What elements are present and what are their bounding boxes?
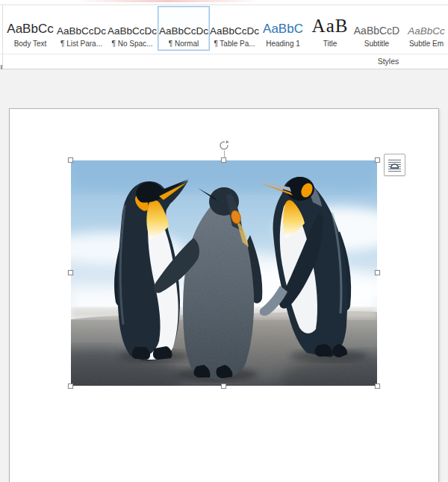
style-preview: AaBbCcDc bbox=[159, 11, 208, 37]
ribbon-top-border bbox=[0, 4, 448, 5]
style-preview: AaB bbox=[312, 11, 349, 37]
style-item-subtle-emphasis[interactable]: AaBbCc Subtle Em bbox=[400, 6, 448, 51]
style-label: Heading 1 bbox=[266, 40, 300, 48]
layout-options-button[interactable] bbox=[384, 154, 405, 176]
rotation-handle[interactable] bbox=[218, 140, 230, 151]
style-label: Subtle Em bbox=[409, 40, 444, 48]
resize-handle-top-center[interactable] bbox=[221, 157, 226, 163]
resize-handle-bottom-right[interactable] bbox=[375, 384, 380, 389]
styles-gallery: AaBbCc Body Text AaBbCcDc ¶ List Para...… bbox=[4, 6, 448, 51]
document-area bbox=[0, 69, 448, 482]
resize-handle-mid-left[interactable] bbox=[68, 270, 73, 275]
resize-handle-bottom-left[interactable] bbox=[68, 384, 73, 389]
style-item-table-paragraph[interactable]: AaBbCcDc ¶ Table Pa... bbox=[210, 6, 259, 51]
resize-handle-top-left[interactable] bbox=[68, 157, 73, 163]
gallery-separator bbox=[0, 54, 448, 54]
style-item-list-paragraph[interactable]: AaBbCcDc ¶ List Para... bbox=[56, 6, 107, 51]
style-preview: AaBbCc bbox=[7, 11, 53, 37]
ribbon-left-border bbox=[2, 4, 3, 69]
selected-picture[interactable] bbox=[71, 160, 377, 386]
style-preview: AaBbC bbox=[263, 11, 303, 37]
style-item-heading1[interactable]: AaBbC Heading 1 bbox=[259, 6, 307, 51]
style-preview: AaBbCcDc bbox=[210, 11, 259, 37]
document-page[interactable] bbox=[9, 108, 439, 482]
word-window: AaBbCc Body Text AaBbCcDc ¶ List Para...… bbox=[0, 0, 448, 482]
style-label: ¶ Table Pa... bbox=[214, 40, 255, 48]
style-label: ¶ No Spac... bbox=[112, 40, 153, 48]
resize-handle-mid-right[interactable] bbox=[375, 270, 380, 275]
styles-group-label: Styles bbox=[343, 57, 433, 66]
style-label: Title bbox=[323, 40, 337, 48]
style-item-normal-selected[interactable]: AaBbCcDc ¶ Normal bbox=[158, 6, 210, 51]
style-item-title[interactable]: AaB Title bbox=[307, 6, 353, 51]
style-preview: AaBbCcDc bbox=[108, 11, 157, 37]
style-preview: AaBbCc bbox=[408, 11, 445, 37]
ribbon-styles-group: AaBbCc Body Text AaBbCcDc ¶ List Para...… bbox=[0, 0, 448, 69]
style-label: ¶ List Para... bbox=[60, 40, 102, 48]
style-preview: AaBbCcD bbox=[354, 11, 399, 37]
style-item-no-spacing[interactable]: AaBbCcDc ¶ No Spac... bbox=[107, 6, 158, 51]
style-label: ¶ Normal bbox=[169, 40, 199, 48]
top-edge-artifact bbox=[75, 0, 261, 2]
resize-handle-top-right[interactable] bbox=[375, 157, 380, 163]
style-item-subtitle[interactable]: AaBbCcD Subtitle bbox=[353, 6, 400, 51]
penguins-image bbox=[71, 160, 377, 386]
style-label: Body Text bbox=[14, 40, 47, 48]
resize-handle-bottom-center[interactable] bbox=[221, 384, 226, 389]
layout-options-icon bbox=[388, 158, 402, 172]
style-preview: AaBbCcDc bbox=[57, 11, 106, 37]
style-label: Subtitle bbox=[364, 40, 389, 48]
style-item-body-text[interactable]: AaBbCc Body Text bbox=[4, 6, 56, 51]
